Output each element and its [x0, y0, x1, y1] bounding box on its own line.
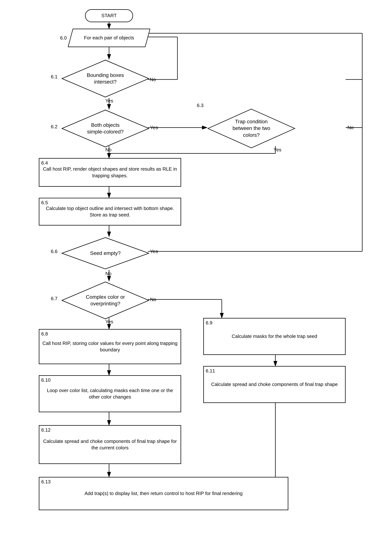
- step-6-5-label: Calculate top object outline and interse…: [39, 203, 181, 220]
- step-6-1-yes: Yes: [105, 98, 113, 104]
- step-6-6-wrapper: 6.6 Seed empty?: [61, 237, 150, 270]
- step-6-3-diamond: Trap condition between the two colors?: [207, 108, 296, 149]
- flowchart-diagram: START 6.0 For each pair of objects 6.1 B…: [0, 0, 392, 549]
- step-6-6-label: Seed empty?: [90, 250, 121, 257]
- step-6-12-wrapper: 6.12 Calculate spread and choke componen…: [39, 425, 181, 464]
- step-6-8-label: Call host RIP, storing color values for …: [39, 338, 181, 355]
- step-6-1-label: Bounding boxes intersect?: [83, 72, 127, 85]
- step-6-2-no: No: [105, 147, 112, 153]
- step-6-10-num: 6.10: [41, 377, 51, 383]
- step-6-10-label: Loop over color list, calculating masks …: [39, 385, 181, 402]
- step-6-3-no: No: [347, 125, 354, 131]
- step-6-8-wrapper: 6.8 Call host RIP, storing color values …: [39, 329, 181, 364]
- step-6-3-num: 6.3: [197, 103, 203, 108]
- step-6-11-label: Calculate spread and choke components of…: [208, 379, 341, 389]
- step-6-0-wrapper: 6.0 For each pair of objects: [70, 29, 148, 47]
- step-6-9-wrapper: 6.9 Calculate masks for the whole trap s…: [203, 318, 346, 355]
- step-6-2-diamond: Both objects simple-colored?: [61, 109, 150, 148]
- step-6-13-label: Add trap(s) to display list, then return…: [82, 488, 245, 499]
- step-6-12-num: 6.12: [41, 427, 51, 433]
- step-6-4-wrapper: 6.4 Call host RIP, render object shapes …: [39, 158, 181, 187]
- step-6-6-yes: Yes: [150, 249, 158, 254]
- step-6-7-num: 6.7: [51, 296, 57, 302]
- step-6-1-num: 6.1: [51, 74, 57, 80]
- step-6-6-diamond: Seed empty?: [61, 237, 150, 270]
- step-6-2-wrapper: 6.2 Both objects simple-colored?: [61, 109, 150, 148]
- step-6-7-wrapper: 6.7 Complex color or overprinting?: [61, 281, 150, 320]
- step-6-7-yes: Yes: [105, 319, 113, 324]
- step-6-3-yes: Yes: [273, 147, 281, 153]
- step-6-6-num: 6.6: [51, 249, 57, 254]
- step-6-5-num: 6.5: [41, 200, 48, 205]
- step-6-6-no: No: [105, 271, 112, 276]
- start-label: START: [98, 11, 120, 21]
- step-6-1-wrapper: 6.1 Bounding boxes intersect?: [61, 59, 150, 98]
- step-6-5-wrapper: 6.5 Calculate top object outline and int…: [39, 198, 181, 225]
- step-6-11-wrapper: 6.11 Calculate spread and choke componen…: [203, 366, 346, 403]
- step-6-7-no: No: [150, 297, 156, 303]
- step-6-13-num: 6.13: [41, 479, 51, 485]
- step-6-2-label: Both objects simple-colored?: [83, 122, 127, 135]
- step-6-7-label: Complex color or overprinting?: [83, 294, 127, 307]
- step-6-3-label: Trap condition between the two colors?: [229, 118, 273, 138]
- step-6-7-diamond: Complex color or overprinting?: [61, 281, 150, 320]
- start-node: START: [85, 9, 133, 22]
- step-6-11-num: 6.11: [206, 368, 215, 374]
- step-6-0-num: 6.0: [60, 35, 67, 41]
- step-6-1-no: No: [150, 77, 156, 82]
- step-6-10-wrapper: 6.10 Loop over color list, calculating m…: [39, 375, 181, 412]
- step-6-2-num: 6.2: [51, 124, 57, 130]
- step-6-9-label: Calculate masks for the whole trap seed: [229, 331, 320, 341]
- step-6-2-yes: Yes: [150, 125, 158, 131]
- step-6-1-diamond: Bounding boxes intersect?: [61, 59, 150, 98]
- step-6-4-label: Call host RIP, render object shapes and …: [39, 164, 181, 181]
- step-6-12-label: Calculate spread and choke components of…: [39, 436, 181, 453]
- step-6-4-num: 6.4: [41, 160, 48, 166]
- step-6-9-num: 6.9: [206, 320, 212, 326]
- arrows-layer: [0, 0, 392, 549]
- step-6-8-num: 6.8: [41, 331, 48, 337]
- step-6-13-wrapper: 6.13 Add trap(s) to display list, then r…: [39, 477, 288, 510]
- step-6-3-wrapper: 6.3 Trap condition between the two color…: [207, 108, 296, 149]
- step-6-0-label: For each pair of objects: [81, 33, 137, 43]
